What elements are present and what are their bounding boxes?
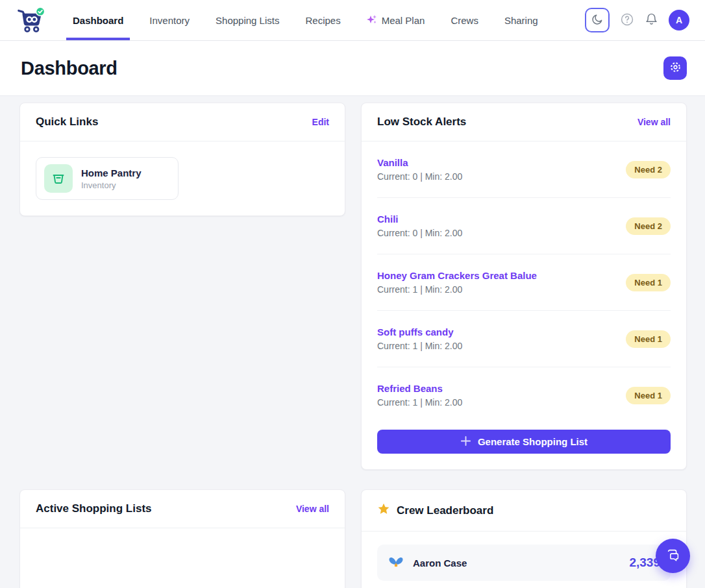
nav-label: Dashboard	[73, 15, 123, 26]
low-stock-body: Vanilla Current: 0 | Min: 2.00 Need 2 Ch…	[362, 141, 686, 469]
active-lists-title: Active Shopping Lists	[36, 502, 152, 515]
nav-item-sharing[interactable]: Sharing	[491, 0, 551, 40]
stock-item-detail: Current: 1 | Min: 2.00	[377, 341, 462, 351]
avatar-initial: A	[676, 15, 682, 25]
quick-link-text: Home Pantry Inventory	[81, 167, 142, 190]
chat-fab-button[interactable]	[656, 539, 690, 573]
top-nav: Dashboard Inventory Shopping Lists Recip…	[0, 0, 705, 41]
generate-button-label: Generate Shopping List	[478, 436, 588, 447]
active-lists-body	[20, 528, 345, 554]
crew-leaderboard-card: Crew Leaderboard Aaron Case 2,339	[361, 489, 687, 588]
stock-item-name[interactable]: Chili	[377, 214, 462, 225]
star-icon	[377, 502, 390, 519]
dashboard-settings-button[interactable]	[663, 56, 687, 80]
nav-label: Crews	[451, 15, 478, 26]
nav-label: Sharing	[504, 15, 538, 26]
stock-item-row: Refried Beans Current: 1 | Min: 2.00 Nee…	[377, 367, 671, 423]
low-stock-header: Low Stock Alerts View all	[362, 103, 686, 141]
pantry-bin-icon	[44, 164, 73, 193]
stock-item-name[interactable]: Soft puffs candy	[377, 326, 462, 337]
quick-links-card: Quick Links Edit Home Pantry Inventory	[19, 103, 345, 216]
leaderboard-header: Crew Leaderboard	[362, 490, 686, 532]
low-stock-title: Low Stock Alerts	[377, 116, 466, 129]
quick-links-title: Quick Links	[36, 116, 98, 129]
need-badge: Need 2	[626, 217, 671, 235]
generate-shopping-list-button[interactable]: Generate Shopping List	[377, 430, 671, 454]
quick-link-category: Inventory	[81, 180, 142, 190]
nav-item-dashboard[interactable]: Dashboard	[60, 0, 136, 40]
stock-item-info: Honey Gram Crackers Great Balue Current:…	[377, 270, 537, 295]
app-logo-cart-icon[interactable]	[16, 5, 45, 35]
active-shopping-lists-card: Active Shopping Lists View all	[19, 489, 345, 588]
crew-member-name: Aaron Case	[413, 557, 467, 569]
leaderboard-body: Aaron Case 2,339	[362, 532, 686, 588]
user-avatar[interactable]: A	[669, 10, 689, 31]
theme-toggle-button[interactable]	[585, 8, 610, 32]
quick-links-body: Home Pantry Inventory	[20, 141, 345, 215]
page-header: Dashboard	[0, 41, 705, 96]
stock-item-name[interactable]: Refried Beans	[377, 383, 462, 394]
page-title: Dashboard	[21, 58, 117, 79]
low-stock-alerts-card: Low Stock Alerts View all Vanilla Curren…	[361, 103, 687, 470]
nav-label: Recipes	[305, 15, 340, 26]
bell-icon	[645, 12, 658, 28]
need-badge: Need 2	[626, 161, 671, 178]
moon-icon	[591, 13, 604, 28]
primary-navigation: Dashboard Inventory Shopping Lists Recip…	[60, 0, 551, 40]
stock-item-detail: Current: 0 | Min: 2.00	[377, 228, 462, 238]
nav-actions: A	[585, 8, 689, 32]
stock-item-info: Vanilla Current: 0 | Min: 2.00	[377, 157, 462, 182]
nav-label: Shopping Lists	[216, 15, 279, 26]
need-badge: Need 1	[626, 274, 671, 291]
need-badge: Need 1	[626, 387, 671, 404]
leaderboard-row[interactable]: Aaron Case 2,339	[377, 545, 671, 581]
stock-item-info: Refried Beans Current: 1 | Min: 2.00	[377, 383, 462, 408]
help-button[interactable]	[620, 12, 634, 29]
stock-item-name[interactable]: Vanilla	[377, 157, 462, 168]
notifications-button[interactable]	[645, 12, 658, 28]
stock-item-row: Honey Gram Crackers Great Balue Current:…	[377, 254, 671, 311]
stock-item-detail: Current: 0 | Min: 2.00	[377, 171, 462, 182]
need-badge: Need 1	[626, 330, 671, 348]
stock-item-row: Soft puffs candy Current: 1 | Min: 2.00 …	[377, 311, 671, 367]
nav-item-recipes[interactable]: Recipes	[292, 0, 353, 40]
stock-item-info: Soft puffs candy Current: 1 | Min: 2.00	[377, 326, 462, 351]
plus-icon	[460, 435, 471, 448]
stock-item-detail: Current: 1 | Min: 2.00	[377, 397, 462, 408]
gear-icon	[669, 61, 682, 75]
leaderboard-title-text: Crew Leaderboard	[397, 504, 493, 517]
nav-label: Meal Plan	[382, 15, 425, 26]
active-lists-header: Active Shopping Lists View all	[20, 490, 345, 528]
active-lists-view-all-link[interactable]: View all	[296, 504, 329, 514]
crew-member-avatar	[388, 553, 404, 572]
nav-item-inventory[interactable]: Inventory	[136, 0, 203, 40]
nav-label: Inventory	[149, 15, 190, 26]
quick-links-header: Quick Links Edit	[20, 103, 345, 141]
sparkles-icon	[367, 14, 377, 27]
help-circle-icon	[620, 12, 634, 29]
nav-item-shopping-lists[interactable]: Shopping Lists	[203, 0, 292, 40]
leaderboard-title: Crew Leaderboard	[377, 502, 493, 519]
stock-item-row: Chili Current: 0 | Min: 2.00 Need 2	[377, 198, 671, 254]
quick-link-home-pantry[interactable]: Home Pantry Inventory	[36, 157, 179, 200]
quick-links-edit-link[interactable]: Edit	[312, 117, 329, 127]
nav-item-meal-plan[interactable]: Meal Plan	[354, 0, 438, 40]
stock-item-row: Vanilla Current: 0 | Min: 2.00 Need 2	[377, 141, 671, 198]
stock-item-info: Chili Current: 0 | Min: 2.00	[377, 214, 462, 238]
stock-item-detail: Current: 1 | Min: 2.00	[377, 284, 537, 295]
chat-bubbles-icon	[665, 547, 681, 565]
nav-item-crews[interactable]: Crews	[438, 0, 491, 40]
dashboard-content: Quick Links Edit Home Pantry Inventory	[0, 96, 705, 588]
stock-item-name[interactable]: Honey Gram Crackers Great Balue	[377, 270, 537, 281]
low-stock-view-all-link[interactable]: View all	[637, 117, 671, 127]
quick-link-name: Home Pantry	[81, 167, 142, 178]
